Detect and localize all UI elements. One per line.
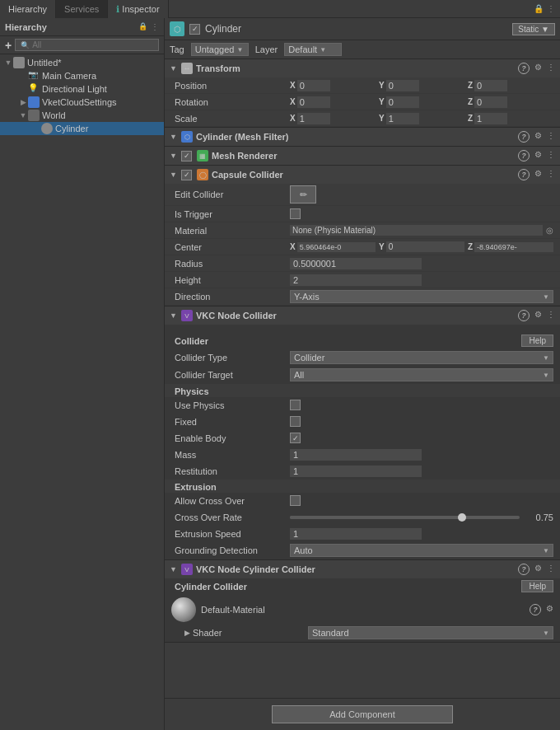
cross-over-rate-slider-fill: [290, 516, 462, 519]
layer-dropdown[interactable]: Default ▼: [284, 43, 342, 56]
cross-over-rate-slider-track[interactable]: [290, 516, 520, 519]
scale-y-input[interactable]: [386, 113, 419, 124]
vkc-cylinder-more-icon[interactable]: ⋮: [547, 564, 555, 575]
rot-z-input[interactable]: [474, 96, 507, 108]
object-active-checkbox[interactable]: ✓: [189, 24, 200, 35]
grounding-detection-value: Auto: [294, 545, 313, 555]
layer-value: Default: [288, 44, 317, 54]
tree-item-directional-light[interactable]: ▶ 💡 Directional Light: [0, 82, 164, 96]
pos-z-input[interactable]: [474, 80, 507, 91]
grounding-detection-dropdown[interactable]: Auto ▼: [290, 544, 553, 557]
rot-x-input[interactable]: [297, 96, 330, 108]
mass-input[interactable]: [290, 449, 422, 461]
extrusion-speed-input[interactable]: [290, 528, 422, 540]
center-x-label: X: [290, 242, 296, 251]
tag-value: Untagged: [195, 44, 235, 54]
tree-item-main-camera[interactable]: ▶ 📷 Main Camera: [0, 69, 164, 82]
direction-dropdown-arrow: ▼: [543, 293, 549, 301]
cylinder-icon: [41, 123, 53, 134]
fixed-checkbox[interactable]: [290, 416, 301, 427]
services-tab-label: Services: [64, 4, 99, 14]
tag-dropdown-arrow: ▼: [236, 46, 243, 54]
lock-icon: 🔒: [534, 4, 544, 13]
vkc-cylinder-help-button[interactable]: Help: [521, 580, 553, 592]
transform-more-icon[interactable]: ⋮: [547, 63, 555, 74]
cross-over-rate-value: 0.75: [525, 512, 553, 522]
allow-cross-over-checkbox[interactable]: [290, 495, 301, 506]
static-button[interactable]: Static ▼: [512, 23, 555, 35]
services-tab[interactable]: Services: [56, 0, 108, 18]
transform-settings-icon[interactable]: ⚙: [534, 63, 542, 74]
expand-arrow-vket-cloud: ▶: [18, 98, 28, 106]
edit-collider-button[interactable]: ✏: [290, 185, 316, 204]
rot-z-label: Z: [468, 97, 473, 106]
tree-item-cylinder[interactable]: ▶ Cylinder: [0, 122, 164, 135]
direction-dropdown[interactable]: Y-Axis ▼: [290, 290, 553, 303]
extrusion-speed-row: Extrusion Speed: [165, 526, 560, 542]
capsule-collider-title: Capsule Collider: [212, 170, 515, 180]
capsule-help-icon[interactable]: ?: [518, 169, 530, 180]
mesh-renderer-component: ▼ ✓ ▦ Mesh Renderer ? ⚙ ⋮: [165, 147, 560, 166]
vkc-collider-help-icon[interactable]: ?: [518, 310, 530, 321]
center-z-value: -8.940697e-: [474, 242, 553, 252]
pos-x-input[interactable]: [297, 80, 330, 91]
inspector-tab[interactable]: ℹ Inspector: [108, 0, 168, 18]
is-trigger-checkbox[interactable]: [290, 208, 301, 219]
vkc-collider-help-button[interactable]: Help: [521, 335, 553, 347]
collider-type-dropdown[interactable]: Collider ▼: [290, 351, 553, 364]
tree-item-world[interactable]: ▼ World: [0, 109, 164, 122]
use-physics-label: Use Physics: [175, 400, 290, 410]
scale-x-label: X: [290, 114, 296, 123]
enable-body-checkbox[interactable]: ✓: [290, 433, 301, 443]
material-help-icon[interactable]: ?: [530, 604, 541, 615]
add-hierarchy-button[interactable]: +: [5, 39, 12, 52]
vkc-cylinder-help-icon[interactable]: ?: [518, 564, 530, 575]
add-component-button[interactable]: Add Component: [272, 705, 453, 723]
mesh-renderer-help-icon[interactable]: ?: [518, 150, 530, 161]
restitution-input[interactable]: [290, 466, 422, 477]
transform-header[interactable]: ▼ ↔ Transform ? ⚙ ⋮: [165, 59, 560, 77]
mesh-filter-more-icon[interactable]: ⋮: [547, 131, 555, 143]
vkc-cylinder-header[interactable]: ▼ V VKC Node Cylinder Collider ? ⚙ ⋮: [165, 560, 560, 578]
scale-z-input[interactable]: [474, 113, 507, 124]
collider-target-dropdown[interactable]: All ▼: [290, 368, 553, 381]
vkc-cylinder-settings-icon[interactable]: ⚙: [534, 564, 542, 575]
mesh-filter-settings-icon[interactable]: ⚙: [534, 131, 542, 143]
use-physics-checkbox[interactable]: [290, 400, 301, 410]
collider-material-pick-icon[interactable]: ◎: [546, 226, 553, 235]
height-input[interactable]: [290, 274, 422, 286]
rot-x-label: X: [290, 97, 296, 106]
mesh-renderer-more-icon[interactable]: ⋮: [547, 150, 555, 161]
mesh-renderer-settings-icon[interactable]: ⚙: [534, 150, 542, 161]
hierarchy-more-icon[interactable]: ⋮: [151, 22, 159, 31]
vkc-collider-more-icon[interactable]: ⋮: [547, 310, 555, 321]
mesh-filter-header[interactable]: ▼ ⬡ Cylinder (Mesh Filter) ? ⚙ ⋮: [165, 128, 560, 146]
shader-expand-arrow[interactable]: ▶: [184, 629, 193, 637]
vkc-collider-settings-icon[interactable]: ⚙: [534, 310, 542, 321]
mesh-renderer-header[interactable]: ▼ ✓ ▦ Mesh Renderer ? ⚙ ⋮: [165, 147, 560, 165]
enable-body-label: Enable Body: [175, 433, 290, 443]
shader-dropdown[interactable]: Standard ▼: [308, 626, 553, 639]
mesh-filter-help-icon[interactable]: ?: [518, 131, 530, 143]
material-settings-icon[interactable]: ⚙: [546, 604, 553, 615]
tag-dropdown[interactable]: Untagged ▼: [191, 43, 249, 56]
vkc-node-collider-header[interactable]: ▼ V VKC Node Collider ? ⚙ ⋮: [165, 307, 560, 325]
scale-x-input[interactable]: [297, 113, 330, 124]
tree-item-untitled[interactable]: ▼ Untitled*: [0, 56, 164, 69]
transform-help-icon[interactable]: ?: [518, 63, 530, 74]
mesh-renderer-active-check[interactable]: ✓: [181, 151, 192, 161]
pos-y-input[interactable]: [386, 80, 419, 91]
more-icon[interactable]: ⋮: [547, 4, 555, 13]
capsule-more-icon[interactable]: ⋮: [547, 169, 555, 180]
mesh-renderer-icon: ▦: [197, 150, 208, 161]
hierarchy-tab[interactable]: Hierarchy: [0, 0, 56, 18]
hierarchy-search[interactable]: 🔍 All: [15, 39, 159, 51]
capsule-settings-icon[interactable]: ⚙: [534, 169, 542, 180]
radius-input[interactable]: [290, 258, 422, 269]
capsule-collider-header[interactable]: ▼ ✓ ◯ Capsule Collider ? ⚙ ⋮: [165, 166, 560, 184]
object-header: ⬡ ✓ Cylinder Static ▼: [165, 18, 560, 40]
collider-target-value: All: [294, 370, 304, 380]
capsule-collider-active-check[interactable]: ✓: [181, 170, 192, 180]
rot-y-input[interactable]: [386, 96, 419, 108]
tree-item-vket-cloud[interactable]: ▶ VketCloudSettings: [0, 96, 164, 109]
